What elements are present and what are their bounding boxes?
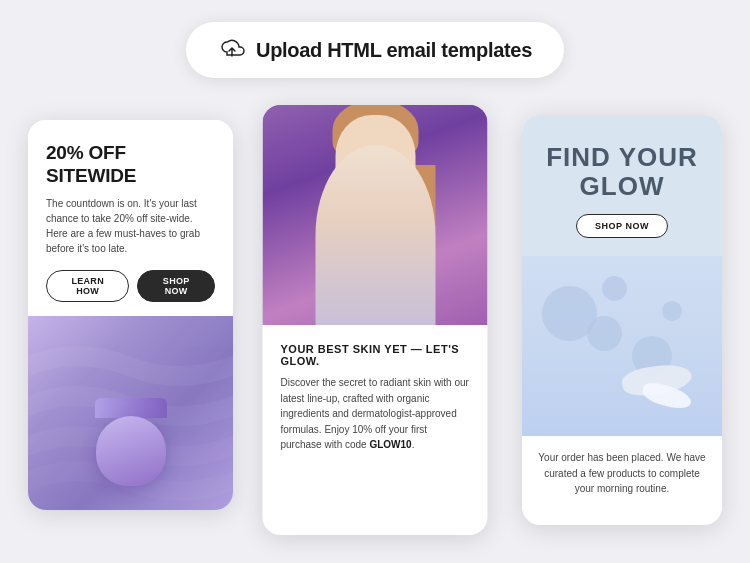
learn-how-button[interactable]: LEARN HOW: [46, 270, 129, 302]
card-right-top: FIND YOUR GLOW SHOP NOW: [522, 115, 722, 256]
person-photo: [263, 105, 488, 325]
cards-container: 20% OFF SITEWIDE The countdown is on. It…: [0, 110, 750, 563]
promo-code: GLOW10: [369, 439, 411, 450]
card-skin-glow: YOUR BEST SKIN YET — LET'S GLOW. Discove…: [263, 105, 488, 535]
card-find-glow: FIND YOUR GLOW SHOP NOW Your order has b…: [522, 115, 722, 525]
cream-smear-2: [640, 380, 693, 412]
card-right-body: Your order has been placed. We have cura…: [538, 450, 706, 497]
upload-banner: Upload HTML email templates: [186, 22, 564, 78]
banner-title: Upload HTML email templates: [256, 39, 532, 62]
card-left-headline: 20% OFF SITEWIDE: [46, 142, 215, 188]
card-middle-body-suffix: .: [412, 439, 415, 450]
blob-circle-3: [602, 276, 627, 301]
shop-now-button-left[interactable]: SHOP NOW: [137, 270, 215, 302]
card-left-body: The countdown is on. It's your last chan…: [46, 196, 215, 256]
card-left-image: [28, 316, 233, 510]
card-left-buttons: LEARN HOW SHOP NOW: [46, 270, 215, 302]
card-middle-body: Discover the secret to radiant skin with…: [281, 375, 470, 453]
upload-cloud-icon: [218, 34, 246, 66]
card-right-headline: FIND YOUR GLOW: [540, 143, 704, 200]
blob-circle-5: [662, 301, 682, 321]
body-shape: [315, 145, 435, 325]
blob-circle-2: [587, 316, 622, 351]
shop-now-button-right[interactable]: SHOP NOW: [576, 214, 668, 238]
jar-lid: [95, 398, 167, 418]
card-left-text: 20% OFF SITEWIDE The countdown is on. It…: [28, 120, 233, 316]
card-right-text: Your order has been placed. We have cura…: [522, 436, 722, 511]
card-right-image: [522, 256, 722, 436]
card-sitewide-sale: 20% OFF SITEWIDE The countdown is on. It…: [28, 120, 233, 510]
card-middle-photo: [263, 105, 488, 325]
card-middle-headline: YOUR BEST SKIN YET — LET'S GLOW.: [281, 343, 470, 367]
product-jar: [96, 416, 166, 486]
card-middle-text: YOUR BEST SKIN YET — LET'S GLOW. Discove…: [263, 325, 488, 467]
